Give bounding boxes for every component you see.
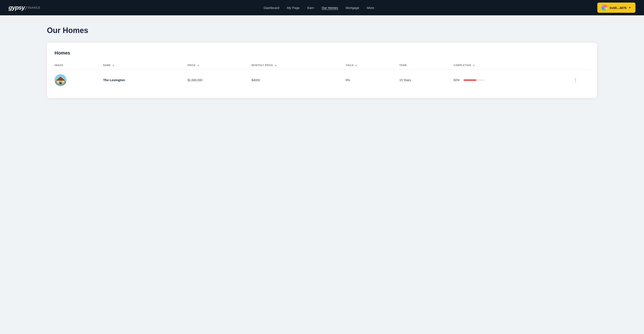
col-name[interactable]: NAME ⇅ — [100, 62, 184, 70]
logo[interactable]: gypsy. FINANCE — [8, 4, 40, 11]
logo-finance: FINANCE — [26, 6, 40, 9]
nav-dashboard[interactable]: Dashboard — [264, 6, 279, 9]
term-value: 15 Years — [399, 78, 411, 82]
col-actions — [562, 62, 590, 70]
col-price[interactable]: PRICE ⇅ — [184, 62, 248, 70]
cell-price: $1,000,000 — [184, 70, 248, 90]
progress-bar-background — [464, 79, 485, 81]
homes-table: IMAGE NAME ⇅ PRICE ⇅ MONTHLY PRICE ⇅ — [54, 62, 590, 90]
logo-gypsy: gypsy. — [8, 4, 26, 11]
svg-rect-5 — [60, 82, 62, 84]
sort-name-icon: ⇅ — [112, 64, 114, 67]
homes-table-card: Homes IMAGE NAME ⇅ PRICE ⇅ MO — [47, 43, 597, 98]
col-image: IMAGE — [54, 62, 100, 70]
dot-icon-1 — [575, 78, 576, 79]
cell-completion: 60% — [450, 70, 562, 90]
col-monthly-price[interactable]: MONTHLY PRICE ⇅ — [248, 62, 342, 70]
navbar: gypsy. FINANCE Dashboard My Page Earn Ou… — [0, 0, 644, 15]
monthly-price-value: $4000 — [252, 78, 260, 82]
home-image-svg — [54, 74, 66, 86]
home-name-text: The Lexington — [103, 78, 125, 82]
wallet-address: 0x08...4876 — [610, 6, 626, 9]
chevron-down-icon: ▼ — [629, 6, 631, 9]
cell-monthly-price: $4000 — [248, 70, 342, 90]
completion-progress: 60% — [454, 78, 558, 82]
sort-yield-icon: ⇅ — [355, 64, 357, 67]
col-term: TERM — [396, 62, 450, 70]
yield-value: 6% — [346, 78, 350, 82]
svg-rect-7 — [62, 81, 64, 82]
completion-pct-text: 60% — [454, 78, 461, 82]
nav-earn[interactable]: Earn — [307, 6, 314, 9]
cell-image — [54, 70, 100, 90]
table-header-row: IMAGE NAME ⇅ PRICE ⇅ MONTHLY PRICE ⇅ — [54, 62, 590, 70]
svg-rect-6 — [57, 81, 59, 82]
nav-mypage[interactable]: My Page — [287, 6, 300, 9]
page-title: Our Homes — [47, 26, 597, 35]
nav-mortgage[interactable]: Mortgage — [346, 6, 359, 9]
cell-name: The Lexington — [100, 70, 184, 90]
wallet-button[interactable]: 0x08...4876 ▼ — [597, 2, 636, 13]
progress-bar-fill — [464, 79, 476, 81]
sort-price-icon: ⇅ — [197, 64, 199, 67]
col-completion[interactable]: COMPLETION ⇅ — [450, 62, 562, 70]
sort-completion-icon: ⇅ — [473, 64, 475, 67]
nav-more[interactable]: More — [367, 6, 374, 9]
wallet-avatar-icon — [602, 5, 608, 11]
cell-yield: 6% — [342, 70, 396, 90]
table-row: The Lexington $1,000,000 $4000 6% 15 Yea… — [54, 70, 590, 90]
dot-icon-2 — [575, 80, 576, 80]
main-nav: Dashboard My Page Earn Our Homes Mortgag… — [264, 6, 374, 9]
col-yield[interactable]: YIELD ⇅ — [342, 62, 396, 70]
price-value: $1,000,000 — [188, 78, 202, 82]
dot-icon-3 — [575, 81, 576, 82]
home-thumbnail — [54, 74, 66, 86]
cell-term: 15 Years — [396, 70, 450, 90]
row-actions-menu-button[interactable] — [565, 77, 586, 83]
cell-actions[interactable] — [562, 70, 590, 90]
sort-monthly-icon: ⇅ — [275, 64, 276, 67]
main-content: Our Homes Homes IMAGE NAME ⇅ PRICE ⇅ — [0, 15, 644, 109]
table-card-title: Homes — [54, 50, 590, 56]
nav-ourhomes[interactable]: Our Homes — [322, 6, 338, 9]
